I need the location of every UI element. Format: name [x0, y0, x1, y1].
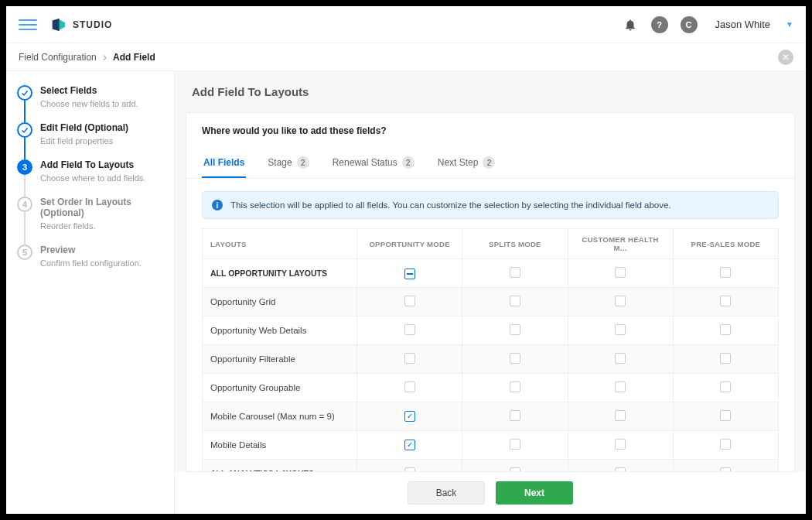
- wizard-step[interactable]: Edit Field (Optional)Edit field properti…: [17, 122, 163, 159]
- layout-checkbox[interactable]: [720, 439, 731, 450]
- layout-checkbox[interactable]: [615, 410, 626, 421]
- layout-checkbox[interactable]: [404, 296, 415, 306]
- layout-checkbox[interactable]: [404, 269, 415, 279]
- layout-name: Mobile Details: [203, 431, 357, 460]
- layout-row: Opportunity Web Details: [203, 316, 779, 345]
- wizard-stepper: Select FieldsChoose new fields to add.Ed…: [6, 71, 175, 514]
- breadcrumb-current: Add Field: [113, 52, 155, 63]
- wizard-step[interactable]: 4Set Order In Layouts (Optional)Reorder …: [17, 197, 163, 245]
- layout-checkbox[interactable]: [615, 296, 626, 306]
- step-title: Select Fields: [40, 85, 138, 96]
- wizard-step[interactable]: 3Add Field To LayoutsChoose where to add…: [17, 159, 163, 197]
- layout-row: Mobile Carousel (Max num = 9): [203, 402, 779, 431]
- layout-checkbox[interactable]: [615, 467, 626, 471]
- layout-checkbox[interactable]: [404, 411, 415, 422]
- layout-checkbox[interactable]: [510, 296, 520, 306]
- wizard-step[interactable]: 5PreviewConfirm field configuration.: [17, 245, 163, 282]
- layout-name: Opportunity Web Details: [203, 316, 357, 345]
- step-description: Choose where to add fields.: [40, 173, 145, 183]
- layout-checkbox[interactable]: [720, 296, 731, 306]
- tab-label: Stage: [268, 157, 292, 168]
- layout-row: Opportunity Grid: [203, 288, 779, 316]
- layout-row: Mobile Details: [203, 431, 779, 460]
- tab-label: Next Step: [438, 157, 479, 168]
- breadcrumb-item[interactable]: Field Configuration: [19, 52, 97, 63]
- chevron-right-icon: ›: [103, 50, 107, 64]
- layout-checkbox[interactable]: [720, 353, 731, 364]
- breadcrumb: Field Configuration › Add Field ✕: [6, 43, 806, 71]
- step-description: Reorder fields.: [40, 221, 163, 231]
- step-description: Confirm field configuration.: [40, 258, 142, 268]
- logo-icon: [49, 16, 67, 33]
- layout-checkbox[interactable]: [404, 467, 415, 471]
- layout-checkbox[interactable]: [720, 267, 731, 278]
- field-tabs: All FieldsStage2Renewal Status2Next Step…: [186, 149, 794, 179]
- layout-checkbox[interactable]: [615, 267, 626, 278]
- layout-checkbox[interactable]: [404, 324, 415, 335]
- wizard-step[interactable]: Select FieldsChoose new fields to add.: [17, 85, 163, 122]
- user-name: Jason White: [715, 19, 771, 30]
- layout-checkbox[interactable]: [510, 324, 520, 335]
- info-banner: i This selection will be applied to all …: [202, 191, 779, 219]
- layout-checkbox[interactable]: [720, 381, 731, 392]
- layout-checkbox[interactable]: [510, 410, 520, 421]
- layout-name: Opportunity Grid: [203, 288, 357, 316]
- field-tab[interactable]: Renewal Status2: [331, 149, 416, 178]
- layout-checkbox[interactable]: [510, 439, 520, 450]
- layout-checkbox[interactable]: [720, 324, 731, 335]
- field-tab[interactable]: Next Step2: [436, 149, 497, 178]
- step-number: 4: [17, 197, 32, 212]
- layout-row: Opportunity Filterable: [203, 345, 779, 374]
- tab-count-badge: 2: [297, 156, 309, 169]
- svg-marker-0: [53, 18, 60, 31]
- layout-checkbox[interactable]: [615, 353, 626, 364]
- info-text: This selection will be applied to all fi…: [230, 200, 671, 210]
- field-tab[interactable]: Stage2: [266, 149, 310, 178]
- user-menu[interactable]: Jason White ▼: [715, 19, 793, 30]
- wizard-footer: Back Next: [175, 472, 806, 514]
- tab-label: All Fields: [203, 157, 244, 168]
- next-button[interactable]: Next: [496, 481, 573, 505]
- bell-icon[interactable]: [619, 14, 641, 36]
- back-button[interactable]: Back: [408, 481, 485, 505]
- layout-panel: Where would you like to add these fields…: [186, 112, 795, 472]
- layout-name: Opportunity Groupable: [203, 374, 357, 402]
- chevron-down-icon: ▼: [786, 20, 793, 29]
- layout-checkbox[interactable]: [720, 467, 731, 471]
- help-icon[interactable]: ?: [649, 14, 670, 36]
- step-description: Edit field properties: [40, 136, 128, 145]
- layout-checkbox[interactable]: [615, 324, 626, 335]
- layout-checkbox[interactable]: [510, 381, 520, 392]
- account-icon[interactable]: C: [678, 14, 700, 36]
- menu-icon[interactable]: [19, 15, 37, 34]
- layout-checkbox[interactable]: [510, 353, 520, 364]
- layout-checkbox[interactable]: [615, 439, 626, 450]
- field-tab[interactable]: All Fields: [202, 149, 246, 178]
- main-content: Add Field To Layouts Where would you lik…: [175, 71, 806, 514]
- layout-checkbox[interactable]: [615, 381, 626, 392]
- app-name: STUDIO: [73, 19, 112, 30]
- layout-checkbox[interactable]: [404, 353, 415, 364]
- info-icon: i: [212, 200, 223, 210]
- col-opportunity-mode: OPPORTUNITY MODE: [357, 229, 462, 259]
- logo[interactable]: STUDIO: [49, 16, 112, 33]
- layout-name: Mobile Carousel (Max num = 9): [203, 402, 357, 431]
- step-title: Preview: [40, 245, 142, 255]
- top-bar: STUDIO ? C Jason White ▼: [6, 6, 806, 43]
- layout-checkbox[interactable]: [510, 267, 520, 278]
- layout-checkbox[interactable]: [404, 381, 415, 392]
- step-title: Add Field To Layouts: [40, 159, 145, 170]
- question-text: Where would you like to add these fields…: [186, 113, 794, 149]
- col-splits-mode: SPLITS MODE: [462, 229, 568, 259]
- layout-row: Opportunity Groupable: [203, 374, 779, 402]
- layout-checkbox[interactable]: [404, 440, 415, 450]
- check-icon: [17, 85, 32, 101]
- svg-marker-1: [60, 19, 65, 29]
- layout-name: Opportunity Filterable: [203, 345, 357, 374]
- layout-checkbox[interactable]: [510, 467, 520, 471]
- layout-checkbox[interactable]: [720, 410, 731, 421]
- col-customer-health-mode: CUSTOMER HEALTH M...: [568, 229, 673, 259]
- layout-group-row: ALL OPPORTUNITY LAYOUTS: [203, 259, 779, 288]
- close-icon[interactable]: ✕: [778, 50, 793, 65]
- layout-group-row: ALL ANALYTICS LAYOUTS: [203, 460, 779, 472]
